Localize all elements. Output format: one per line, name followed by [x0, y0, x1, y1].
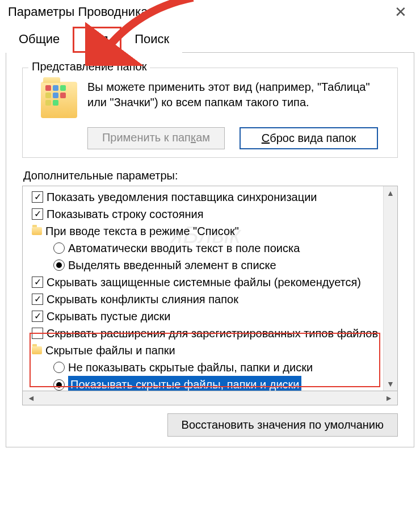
- scroll-left-icon[interactable]: ◄: [27, 393, 35, 403]
- option-sync-notify[interactable]: Показать уведомления поставщика синхрони…: [47, 189, 317, 206]
- folder-icon: [32, 346, 42, 354]
- apply-to-folders-button: Применить к папкам: [87, 127, 225, 149]
- restore-defaults-button[interactable]: Восстановить значения по умолчанию: [167, 413, 398, 437]
- horizontal-scrollbar[interactable]: ◄ ►: [22, 391, 398, 405]
- scroll-down-icon[interactable]: ▼: [387, 379, 394, 388]
- advanced-settings-tree[interactable]: Показать уведомления поставщика синхрони…: [22, 186, 398, 391]
- checkbox-icon[interactable]: [32, 294, 43, 305]
- annotation-arrow-icon: [85, 0, 210, 66]
- radio-icon[interactable]: [53, 242, 65, 254]
- folder-views-description: Вы можете применить этот вид (например, …: [87, 79, 389, 110]
- scroll-up-icon[interactable]: ▲: [387, 189, 394, 198]
- checkbox-icon[interactable]: [32, 208, 43, 220]
- radio-icon[interactable]: [53, 259, 65, 271]
- checkbox-icon[interactable]: [32, 191, 43, 203]
- advanced-settings-label: Дополнительные параметры:: [23, 169, 404, 182]
- option-hide-empty[interactable]: Скрывать пустые диски: [47, 308, 171, 325]
- folder-icon: [32, 227, 42, 235]
- option-hidden-yes[interactable]: Показывать скрытые файлы, папки и диски: [68, 376, 301, 391]
- tab-general[interactable]: Общие: [6, 27, 73, 53]
- folder-views-group: Представление папок Вы можете применить …: [22, 68, 398, 158]
- scroll-right-icon[interactable]: ►: [385, 393, 393, 403]
- option-status-bar[interactable]: Показывать строку состояния: [47, 206, 204, 223]
- folder-icon: [41, 82, 77, 118]
- tab-panel-view: Представление папок Вы можете применить …: [6, 53, 414, 447]
- option-hide-ext[interactable]: Скрывать расширения для зарегистрированн…: [47, 325, 378, 342]
- radio-icon[interactable]: [53, 379, 65, 391]
- option-select-item[interactable]: Выделять введенный элемент в списке: [68, 257, 276, 274]
- checkbox-icon[interactable]: [32, 277, 43, 288]
- close-icon[interactable]: ✕: [389, 5, 412, 19]
- checkbox-icon[interactable]: [32, 311, 43, 322]
- option-group-list-input: При вводе текста в режиме "Список": [45, 223, 239, 240]
- checkbox-icon[interactable]: [32, 328, 43, 339]
- vertical-scrollbar[interactable]: ▲ ▼: [383, 186, 397, 391]
- option-hidden-no[interactable]: Не показывать скрытые файлы, папки и дис…: [68, 359, 313, 376]
- reset-folders-button[interactable]: Сброс вида папок: [240, 127, 378, 149]
- option-hide-merge[interactable]: Скрывать конфликты слияния папок: [47, 291, 238, 308]
- option-auto-search[interactable]: Автоматически вводить текст в поле поиск…: [68, 240, 300, 257]
- radio-icon[interactable]: [53, 362, 65, 373]
- option-hide-protected[interactable]: Скрывать защищенные системные файлы (рек…: [47, 274, 361, 291]
- option-group-hidden: Скрытые файлы и папки: [45, 342, 175, 359]
